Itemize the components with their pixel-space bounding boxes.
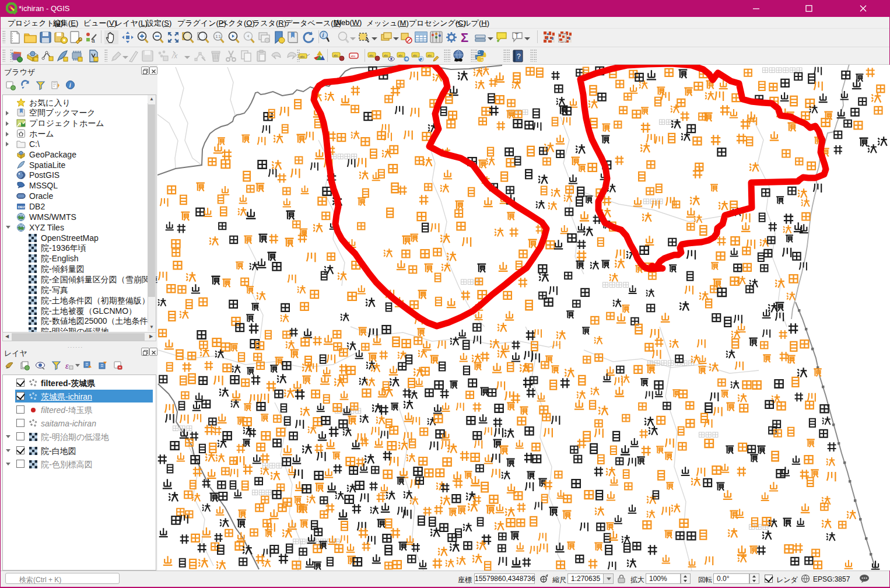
svg-text:T: T (515, 33, 518, 39)
svg-text:Σ: Σ (461, 30, 468, 44)
svg-text:?: ? (517, 52, 521, 61)
svg-text:abc: abc (384, 54, 388, 57)
svg-text:abc: abc (413, 54, 418, 57)
svg-text:DB2: DB2 (18, 205, 26, 209)
svg-text:abc: abc (428, 54, 432, 57)
svg-text:abc: abc (300, 55, 306, 58)
svg-text:i: i (69, 82, 71, 89)
svg-text:abc: abc (398, 54, 403, 57)
svg-text:.: . (48, 50, 50, 55)
svg-text:ε: ε (65, 362, 69, 370)
svg-text:abc: abc (351, 54, 356, 58)
svg-text:1:1: 1:1 (216, 34, 221, 38)
svg-text:a: a (92, 37, 95, 44)
svg-text:abc: abc (334, 54, 338, 57)
svg-text:i: i (323, 32, 324, 38)
svg-text:abc: abc (369, 54, 374, 57)
